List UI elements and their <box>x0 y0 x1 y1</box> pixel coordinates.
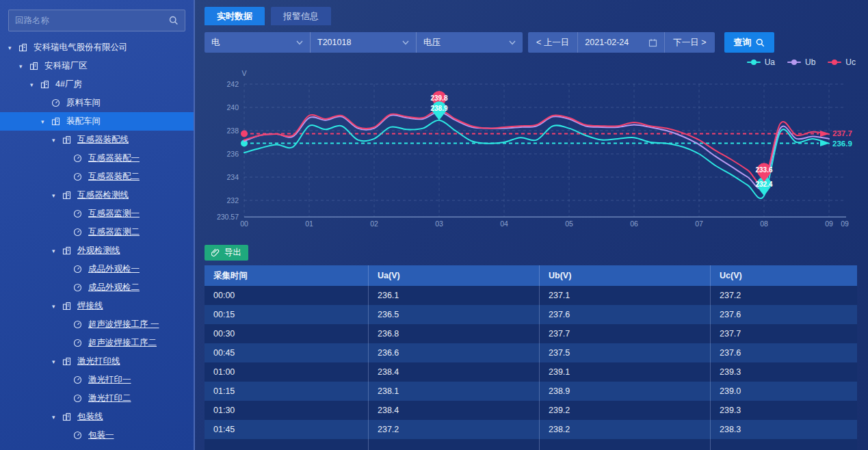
tree-expand-arrow-icon[interactable]: ▾ <box>30 81 40 88</box>
svg-text:237.7: 237.7 <box>832 129 852 137</box>
tree-item[interactable]: ▾4#厂房 <box>0 75 194 94</box>
table-cell: 01:30 <box>205 401 369 420</box>
tree-item[interactable]: 互感器监测一 <box>0 204 194 223</box>
legend-label: Ua <box>765 57 775 67</box>
tree-item[interactable]: 互感器装配二 <box>0 168 194 186</box>
svg-text:232: 232 <box>226 196 239 204</box>
energy-type-value: 电 <box>211 37 296 49</box>
tree-expand-arrow-icon[interactable]: ▾ <box>52 248 62 254</box>
table-cell: 239.2 <box>540 401 711 420</box>
table-row: 00:15236.5237.6237.6 <box>205 305 857 324</box>
tree-expand-arrow-icon[interactable]: ▾ <box>52 192 62 199</box>
tree-item-label: 激光打印一 <box>88 374 131 386</box>
table-cell: 237.6 <box>711 343 857 362</box>
table-row: 01:15238.1238.9239.0 <box>205 382 857 401</box>
energy-type-select[interactable]: 电 <box>205 32 311 53</box>
tree-item[interactable]: 超声波焊接工序二 <box>0 334 194 352</box>
building-icon <box>18 43 29 52</box>
tree-item[interactable]: ▾互感器装配线 <box>0 131 194 149</box>
query-button[interactable]: 查询 <box>724 32 774 53</box>
tab-realtime-data[interactable]: 实时数据 <box>205 7 265 25</box>
table-row: 00:30236.8237.7237.7 <box>205 324 857 343</box>
table-cell: 236.8 <box>369 324 540 343</box>
gauge-icon <box>51 98 62 107</box>
tree-item-label: 安科瑞厂区 <box>44 60 88 72</box>
gauge-icon <box>73 228 84 237</box>
tree-item-label: 包装线 <box>77 411 103 423</box>
date-picker[interactable]: 2021-02-24 <box>577 32 665 53</box>
next-day-button[interactable]: 下一日 > <box>665 32 714 53</box>
tree-item-label: 互感器监测二 <box>88 226 140 238</box>
table-row: 01:45237.2238.2238.3 <box>205 420 857 439</box>
svg-text:00: 00 <box>240 220 248 228</box>
table-row: 01:30238.4239.2239.3 <box>205 401 857 420</box>
tab-bar: 实时数据 报警信息 <box>205 7 858 25</box>
readings-table: 采集时间Ua(V)Ub(V)Uc(V)00:00236.1237.1237.20… <box>205 265 857 450</box>
tree-item-label: 安科瑞电气股份有限公司 <box>34 42 128 53</box>
tree-item-label: 超声波焊接工序 一 <box>88 319 159 330</box>
export-button[interactable]: 导出 <box>205 245 248 261</box>
tree-expand-arrow-icon[interactable]: ▾ <box>19 63 29 70</box>
building-icon <box>29 62 40 70</box>
tree-item-label: 4#厂房 <box>55 79 82 90</box>
tree-item[interactable]: ▾外观检测线 <box>0 241 194 260</box>
tab-alarm-info[interactable]: 报警信息 <box>271 7 331 25</box>
legend-item-uc[interactable]: Uc <box>828 57 856 68</box>
legend-item-ub[interactable]: Ub <box>787 57 815 68</box>
legend-marker-icon <box>747 59 761 65</box>
svg-text:238.9: 238.9 <box>430 105 447 112</box>
tree-item[interactable]: 成品外观检二 <box>0 278 194 297</box>
tree-expand-arrow-icon[interactable]: ▾ <box>52 137 62 144</box>
table-cell: 01:45 <box>205 420 369 439</box>
export-row: 导出 <box>205 245 858 261</box>
tree-item-label: 激光打印二 <box>88 393 131 404</box>
tree-expand-arrow-icon[interactable]: ▾ <box>52 303 62 310</box>
tree-item[interactable]: 激光打印二 <box>0 389 194 408</box>
svg-text:07: 07 <box>695 220 703 228</box>
svg-text:238: 238 <box>226 127 239 135</box>
tree-item[interactable]: ▾安科瑞电气股份有限公司 <box>0 38 194 57</box>
tree-item[interactable]: 成品外观检一 <box>0 260 194 278</box>
tree-expand-arrow-icon[interactable]: ▾ <box>52 414 62 421</box>
tree-item[interactable]: ▾互感器检测线 <box>0 186 194 204</box>
device-select[interactable]: T201018 <box>311 32 417 53</box>
tree-item[interactable]: 包装一 <box>0 426 194 445</box>
tree-item[interactable]: ▾激光打印线 <box>0 352 194 371</box>
tree-item[interactable]: 原料车间 <box>0 94 194 112</box>
table-cell: 237.7 <box>711 324 857 343</box>
legend-marker-icon <box>787 59 801 65</box>
tree-expand-arrow-icon[interactable]: ▾ <box>8 44 18 51</box>
building-icon <box>62 412 73 421</box>
tree-item[interactable]: 激光打印一 <box>0 371 194 389</box>
legend-marker-icon <box>828 59 841 65</box>
tree-item[interactable]: ▾安科瑞厂区 <box>0 57 194 75</box>
tree-item[interactable]: ▾包装线 <box>0 408 194 426</box>
tree-expand-arrow-icon[interactable]: ▾ <box>52 358 62 365</box>
search-icon[interactable] <box>169 16 179 25</box>
circuit-search-box[interactable] <box>8 10 185 31</box>
table-cell: 237.7 <box>540 324 711 343</box>
prev-day-button[interactable]: < 上一日 <box>528 32 577 53</box>
tree-item[interactable]: ▾焊接线 <box>0 297 194 315</box>
table-cell: 237.6 <box>711 305 857 324</box>
table-cell: 237.2 <box>711 286 857 305</box>
parameter-select[interactable]: 电压 <box>417 32 523 53</box>
svg-text:03: 03 <box>435 220 443 228</box>
tree-item-label: 包装一 <box>88 429 114 441</box>
circuit-tree-sidebar: ▾安科瑞电气股份有限公司▾安科瑞厂区▾4#厂房原料车间▾装配车间▾互感器装配线互… <box>0 0 195 450</box>
table-cell: 01:00 <box>205 362 369 382</box>
tree-item[interactable]: ▾装配车间 <box>0 112 194 131</box>
chart-legend: UaUbUc <box>205 57 858 68</box>
tree-item-label: 超声波焊接工序二 <box>88 337 157 349</box>
building-icon <box>62 191 73 200</box>
table-cell: 238.3 <box>711 420 857 439</box>
svg-text:236.9: 236.9 <box>832 140 852 148</box>
legend-item-ua[interactable]: Ua <box>747 57 775 68</box>
tree-item[interactable]: 互感器监测二 <box>0 223 194 241</box>
svg-text:04: 04 <box>500 220 508 228</box>
table-cell: 238.9 <box>540 382 711 401</box>
search-input[interactable] <box>15 16 169 25</box>
tree-item[interactable]: 互感器装配一 <box>0 149 194 168</box>
tree-item[interactable]: 超声波焊接工序 一 <box>0 315 194 334</box>
tree-expand-arrow-icon[interactable]: ▾ <box>41 118 51 125</box>
